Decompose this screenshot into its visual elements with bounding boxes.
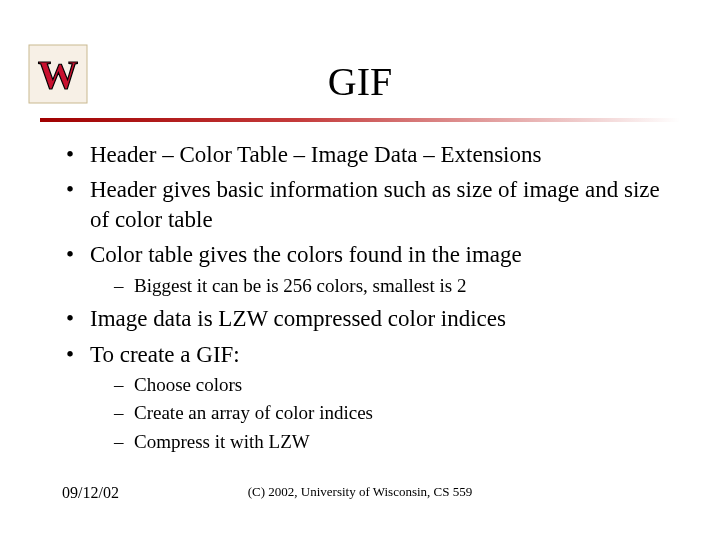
bullet-text: Image data is LZW compressed color indic… (90, 306, 506, 331)
title-underline (40, 118, 680, 122)
bullet-text: Header gives basic information such as s… (90, 177, 660, 231)
bullet-item: To create a GIF: Choose colors Create an… (62, 340, 672, 454)
sub-bullet-text: Choose colors (134, 374, 242, 395)
sub-bullet-text: Biggest it can be is 256 colors, smalles… (134, 275, 466, 296)
sub-bullet-text: Create an array of color indices (134, 402, 373, 423)
slide: W GIF Header – Color Table – Image Data … (0, 0, 720, 540)
bullet-item: Header – Color Table – Image Data – Exte… (62, 140, 672, 169)
bullet-item: Header gives basic information such as s… (62, 175, 672, 234)
sub-bullet-item: Compress it with LZW (114, 430, 672, 454)
sub-bullet-text: Compress it with LZW (134, 431, 310, 452)
bullet-text: To create a GIF: (90, 342, 240, 367)
bullet-item: Image data is LZW compressed color indic… (62, 304, 672, 333)
bullet-item: Color table gives the colors found in th… (62, 240, 672, 298)
slide-body: Header – Color Table – Image Data – Exte… (62, 140, 672, 460)
slide-title: GIF (0, 58, 720, 105)
sub-bullet-item: Biggest it can be is 256 colors, smalles… (114, 274, 672, 298)
sub-bullet-item: Create an array of color indices (114, 401, 672, 425)
footer-copyright: (C) 2002, University of Wisconsin, CS 55… (0, 484, 720, 500)
sub-bullet-item: Choose colors (114, 373, 672, 397)
bullet-text: Header – Color Table – Image Data – Exte… (90, 142, 541, 167)
bullet-text: Color table gives the colors found in th… (90, 242, 522, 267)
